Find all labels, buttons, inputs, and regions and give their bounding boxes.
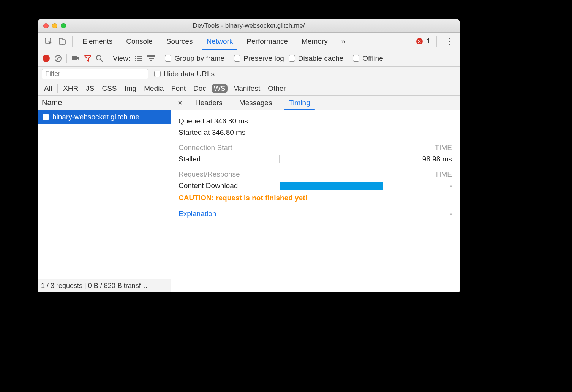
type-js[interactable]: JS	[84, 84, 96, 93]
more-menu-icon[interactable]: ⋮	[443, 36, 456, 46]
divider	[436, 36, 437, 47]
toolbar-right: ✕ 1 ⋮	[416, 36, 456, 47]
maximize-window-button[interactable]	[61, 23, 66, 28]
devtools-window: DevTools - binary-websocket.glitch.me/ E…	[38, 19, 460, 292]
svg-rect-9	[137, 56, 142, 57]
type-filter-bar: All XHR JS CSS Img Media Font Doc WS Man…	[38, 81, 460, 96]
divider	[160, 54, 160, 63]
preserve-log-checkbox[interactable]: Preserve log	[234, 54, 284, 63]
offline-label: Offline	[362, 54, 383, 63]
hide-data-urls-checkbox[interactable]: Hide data URLs	[154, 70, 215, 78]
divider	[108, 54, 108, 63]
caution-text: CAUTION: request is not finished yet!	[179, 194, 452, 202]
clear-icon[interactable]	[54, 55, 62, 62]
group-by-frame-label: Group by frame	[174, 54, 224, 63]
svg-line-4	[56, 56, 60, 61]
error-count[interactable]: 1	[427, 37, 430, 45]
main-toolbar: Elements Console Sources Network Perform…	[38, 33, 460, 50]
queued-at: Queued at 346.80 ms	[179, 117, 452, 125]
svg-rect-14	[147, 55, 155, 57]
connection-start-title: Connection Start	[179, 144, 232, 152]
type-img[interactable]: Img	[122, 84, 139, 93]
tab-memory[interactable]: Memory	[295, 33, 335, 50]
close-detail-button[interactable]: ×	[173, 96, 187, 110]
svg-rect-2	[62, 40, 65, 44]
tab-elements[interactable]: Elements	[76, 33, 119, 50]
divider	[72, 36, 73, 47]
filter-icon[interactable]	[84, 55, 91, 62]
divider	[57, 84, 58, 93]
overview-icon[interactable]	[147, 55, 155, 62]
svg-rect-8	[135, 56, 136, 57]
explanation-link[interactable]: Explanation	[179, 210, 216, 218]
svg-rect-16	[150, 60, 152, 61]
content-download-bar	[277, 182, 406, 190]
record-button[interactable]	[43, 55, 50, 62]
stalled-bar	[277, 155, 406, 163]
detail-pane: × Headers Messages Timing Queued at 346.…	[171, 96, 460, 292]
status-bar: 1 / 3 requests | 0 B / 820 B transf…	[38, 279, 171, 292]
time-label: TIME	[435, 144, 452, 152]
type-ws[interactable]: WS	[212, 84, 228, 93]
large-rows-icon[interactable]	[135, 55, 142, 62]
type-xhr[interactable]: XHR	[61, 84, 81, 93]
tab-sources[interactable]: Sources	[160, 33, 200, 50]
type-css[interactable]: CSS	[100, 84, 119, 93]
offline-checkbox[interactable]: Offline	[353, 54, 383, 63]
inspect-element-icon[interactable]	[44, 36, 54, 46]
tab-network[interactable]: Network	[200, 33, 240, 50]
content-area: Name binary-websocket.glitch.me 1 / 3 re…	[38, 96, 460, 292]
divider	[229, 54, 229, 63]
content-download-label: Content Download	[179, 182, 277, 190]
name-column-header[interactable]: Name	[38, 96, 171, 110]
document-icon	[43, 114, 49, 120]
disable-cache-checkbox[interactable]: Disable cache	[289, 54, 343, 63]
tab-performance[interactable]: Performance	[240, 33, 295, 50]
titlebar: DevTools - binary-websocket.glitch.me/	[38, 19, 460, 33]
network-toolbar: View: Group by frame Preserve log Disabl…	[38, 50, 460, 67]
tab-more[interactable]: »	[335, 33, 352, 50]
panel-tabs: Elements Console Sources Network Perform…	[76, 33, 352, 50]
type-all[interactable]: All	[42, 84, 54, 93]
window-title: DevTools - binary-websocket.glitch.me/	[38, 22, 460, 30]
svg-rect-10	[135, 58, 136, 59]
detail-tab-headers[interactable]: Headers	[187, 96, 231, 110]
capture-screenshot-icon[interactable]	[71, 55, 80, 62]
request-name: binary-websocket.glitch.me	[52, 113, 139, 121]
content-download-row: Content Download -	[179, 182, 452, 190]
connection-start-header: Connection Start TIME	[179, 144, 452, 152]
group-by-frame-checkbox[interactable]: Group by frame	[165, 54, 224, 63]
search-icon[interactable]	[96, 55, 103, 62]
error-badge-icon[interactable]: ✕	[416, 38, 423, 44]
detail-tabs: × Headers Messages Timing	[171, 96, 460, 110]
divider	[348, 54, 348, 63]
tab-console[interactable]: Console	[119, 33, 160, 50]
svg-point-6	[96, 55, 101, 60]
type-font[interactable]: Font	[169, 84, 188, 93]
explanation-dash: -	[450, 210, 452, 218]
type-manifest[interactable]: Manifest	[231, 84, 262, 93]
svg-rect-15	[149, 58, 154, 59]
detail-tab-timing[interactable]: Timing	[280, 96, 318, 110]
filter-input[interactable]	[42, 69, 148, 79]
close-window-button[interactable]	[43, 23, 49, 28]
svg-line-7	[101, 60, 103, 62]
divider	[66, 54, 67, 63]
request-row[interactable]: binary-websocket.glitch.me	[38, 110, 171, 124]
type-doc[interactable]: Doc	[191, 84, 209, 93]
stalled-row: Stalled 98.98 ms	[179, 155, 452, 163]
request-response-header: Request/Response TIME	[179, 170, 452, 179]
type-other[interactable]: Other	[265, 84, 288, 93]
hide-data-urls-label: Hide data URLs	[164, 70, 215, 78]
window-controls	[43, 23, 66, 28]
stalled-value: 98.98 ms	[406, 155, 452, 163]
filter-bar: Hide data URLs	[38, 67, 460, 81]
minimize-window-button[interactable]	[52, 23, 57, 28]
preserve-log-label: Preserve log	[243, 54, 284, 63]
svg-rect-5	[72, 56, 77, 60]
detail-tab-messages[interactable]: Messages	[231, 96, 281, 110]
type-media[interactable]: Media	[142, 84, 166, 93]
device-toolbar-icon[interactable]	[57, 36, 67, 46]
request-list: Name binary-websocket.glitch.me 1 / 3 re…	[38, 96, 171, 292]
content-download-value: -	[406, 182, 452, 190]
